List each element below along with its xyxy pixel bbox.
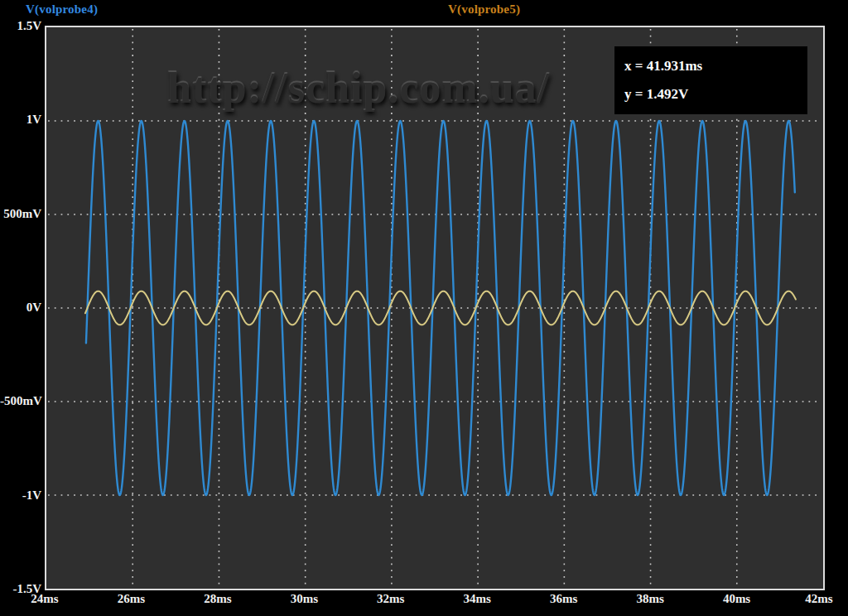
x-tick-label: 26ms xyxy=(118,592,145,606)
trace-V(volprobe5) xyxy=(85,291,796,325)
x-tick-label: 40ms xyxy=(723,592,750,606)
cursor-y-value: y = 1.492V xyxy=(624,86,807,103)
watermark: http://schip.com.ua/ xyxy=(167,64,550,113)
cursor-x-value: x = 41.931ms xyxy=(624,58,807,75)
legend-trace-volprobe5[interactable]: V(volprobe5) xyxy=(448,2,520,17)
x-tick-label: 30ms xyxy=(291,592,318,606)
x-tick-label: 24ms xyxy=(31,592,58,606)
x-tick-label: 34ms xyxy=(464,592,491,606)
x-tick-label: 38ms xyxy=(636,592,663,606)
y-tick-label: 1V xyxy=(0,112,41,127)
cursor-readout: x = 41.931ms y = 1.492V xyxy=(614,46,807,114)
x-tick-label: 32ms xyxy=(377,592,404,606)
waveform-traces xyxy=(85,121,796,495)
y-tick-label: 0V xyxy=(0,300,41,315)
plot-area[interactable]: http://schip.com.ua/ x = 41.931ms y = 1.… xyxy=(45,26,825,590)
y-tick-label: 500mV xyxy=(0,206,41,221)
x-tick-label: 36ms xyxy=(550,592,577,606)
y-tick-label: -1V xyxy=(0,488,41,503)
x-tick-label: 42ms xyxy=(805,592,832,606)
trace-V(volprobe4) xyxy=(86,121,795,495)
waveform-viewer: V(volprobe4) V(volprobe5) http://schip.c… xyxy=(0,0,848,616)
x-tick-label: 28ms xyxy=(204,592,231,606)
y-tick-label: -500mV xyxy=(0,393,41,408)
legend-trace-volprobe4[interactable]: V(volprobe4) xyxy=(26,2,98,17)
y-tick-label: 1.5V xyxy=(0,18,41,33)
